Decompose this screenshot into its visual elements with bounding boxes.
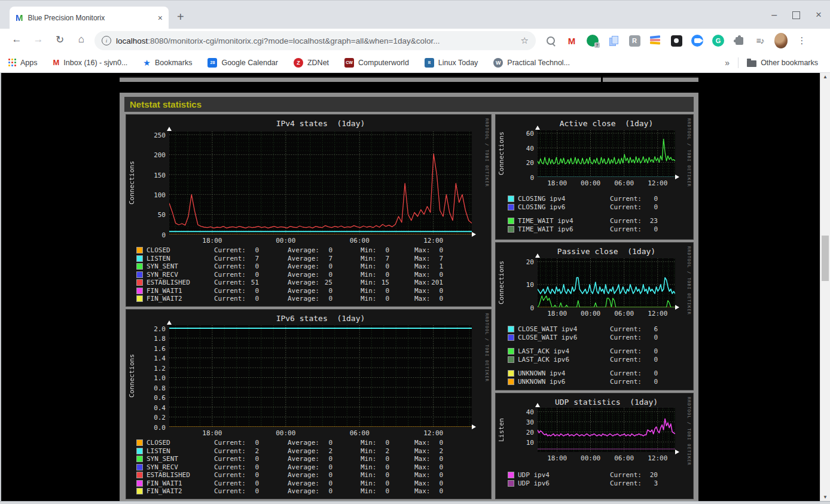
- x-tick-label: 00:00: [274, 429, 298, 437]
- tab-close-icon[interactable]: ×: [158, 13, 163, 23]
- legend-stat-name: Max:: [414, 262, 430, 270]
- x-tick-label: 12:00: [422, 429, 445, 437]
- chart-ipv6-states[interactable]: IPv6 states (1day)ConnectionsRRDTOOL / T…: [126, 309, 492, 499]
- legend-stat-name: Max:: [414, 487, 430, 495]
- y-axis-arrow-icon: [535, 126, 540, 130]
- rrdtool-watermark: RRDTOOL / TOBI OETIKER: [686, 118, 691, 187]
- chart-ipv4-states[interactable]: IPv4 states (1day)ConnectionsRRDTOOL / T…: [126, 114, 492, 307]
- bookmark-zdnet[interactable]: ZZDNet: [294, 58, 329, 68]
- window-close-button[interactable]: ×: [816, 9, 822, 21]
- bookmark-inbox[interactable]: MInbox (16) - sjvn0...: [53, 58, 128, 67]
- voice-icon[interactable]: ?: [586, 34, 599, 47]
- bookmark-computerworld[interactable]: CWComputerworld: [344, 58, 409, 68]
- other-bookmarks-button[interactable]: Other bookmarks: [747, 59, 818, 67]
- y-tick-label: 1.0: [143, 374, 166, 382]
- browser-menu-icon[interactable]: ⋮: [795, 34, 808, 47]
- legend-stat-name: Current:: [214, 246, 246, 254]
- legend-stat-name: Max:: [414, 279, 430, 286]
- new-tab-button[interactable]: +: [177, 10, 184, 24]
- chart-active-close[interactable]: Active close (1day)ConnectionsRRDTOOL / …: [495, 114, 694, 240]
- profile-avatar[interactable]: [774, 34, 788, 47]
- zoom-camera-icon[interactable]: [691, 34, 704, 47]
- legend-stat-value: 2: [319, 447, 332, 455]
- bookmark-practical-technology[interactable]: WPractical Technol...: [493, 58, 570, 68]
- scrollbar[interactable]: ▲ ▼: [820, 73, 830, 501]
- legend-label: CLOSED: [147, 246, 214, 254]
- legend-stat-name: Min:: [361, 246, 376, 254]
- legend-stat-value: 0: [376, 439, 389, 447]
- legend-stat-name: Average:: [288, 271, 319, 279]
- x-tick-label: 18:00: [200, 237, 224, 245]
- dark-app-icon[interactable]: [670, 34, 683, 47]
- bookmark-star-icon[interactable]: ☆: [521, 35, 529, 46]
- bookmark-apps[interactable]: Apps: [8, 59, 38, 67]
- bookmark-google-calendar[interactable]: 28Google Calendar: [208, 58, 278, 68]
- window-minimize-button[interactable]: –: [771, 10, 777, 20]
- legend-stat-name: Current:: [214, 271, 246, 279]
- section-title: Netstat statistics: [130, 99, 202, 109]
- books-icon[interactable]: [649, 34, 662, 47]
- copy-pages-icon[interactable]: [607, 34, 620, 47]
- search-icon[interactable]: [544, 34, 557, 47]
- grammarly-icon[interactable]: G: [712, 34, 725, 47]
- bookmark-bookmarks[interactable]: ★Bookmarks: [143, 58, 192, 68]
- legend-stat-value: 0: [376, 295, 389, 303]
- chart-passive-close[interactable]: Passive close (1day)ConnectionsRRDTOOL /…: [495, 242, 694, 390]
- legend-row: ESTABLISHEDCurrent:0Average:0Min:0Max:0: [136, 471, 443, 479]
- legend-stat-value: 0: [642, 378, 658, 386]
- y-tick-label: 0: [143, 231, 166, 239]
- legend-stat-value: 0: [319, 262, 332, 270]
- legend-stat-name: Average:: [288, 479, 319, 487]
- back-button[interactable]: ←: [10, 33, 24, 45]
- site-info-icon[interactable]: i: [102, 36, 111, 45]
- url-text: localhost:8080/monitorix-cgi/monitorix.c…: [116, 36, 516, 45]
- legend-label: FIN_WAIT2: [147, 487, 214, 495]
- bookmark-label: Apps: [20, 59, 38, 67]
- y-tick-label: 0.8: [143, 384, 166, 392]
- legend-stat-value: 0: [246, 262, 259, 270]
- x-tick-label: 06:00: [347, 429, 371, 437]
- apps-grid-icon: [8, 59, 16, 66]
- bookmark-linux-today[interactable]: ltLinux Today: [425, 58, 478, 68]
- legend-stat-value: 0: [376, 271, 389, 279]
- legend-stat-value: 0: [642, 203, 658, 211]
- legend-stat-name: Current:: [610, 217, 642, 225]
- legend-row: UDP ipv6Current:3: [508, 479, 658, 488]
- legend-label: FIN_WAIT1: [147, 479, 214, 487]
- legend-stat-name: Max:: [414, 447, 430, 455]
- legend-stat-name: Current:: [610, 203, 642, 211]
- chart-title: Active close (1day): [538, 119, 675, 128]
- scrollbar-up-arrow[interactable]: ▲: [820, 74, 830, 80]
- legend-stat-value: 2: [430, 447, 443, 455]
- legend-row: SYN_RECVCurrent:0Average:0Min:0Max:0: [136, 271, 443, 279]
- x-axis-arrow-icon: [675, 450, 679, 454]
- x-tick-label: 12:00: [646, 454, 670, 462]
- legend-stat-value: 0: [430, 487, 443, 495]
- playlist-icon[interactable]: ≡♪: [753, 34, 767, 47]
- forward-button[interactable]: →: [31, 33, 45, 45]
- x-tick-label: 00:00: [274, 237, 298, 245]
- bookmarks-overflow-chevron[interactable]: »: [725, 58, 730, 68]
- legend-label: SYN_SENT: [147, 455, 214, 463]
- y-tick-label: 1.4: [143, 355, 166, 362]
- legend-stat-value: 0: [246, 271, 259, 279]
- legend-row: TIME_WAIT ipv4Current:23: [508, 217, 658, 225]
- chart-canvas: [538, 130, 675, 177]
- legend-swatch: [136, 263, 143, 270]
- home-button[interactable]: ⌂: [74, 33, 89, 45]
- reader-icon[interactable]: R: [628, 34, 641, 47]
- extensions-puzzle-icon[interactable]: [733, 34, 746, 47]
- gmail-icon[interactable]: M: [565, 34, 578, 47]
- reload-button[interactable]: ↻: [53, 33, 67, 46]
- legend-stat-name: Current:: [610, 347, 642, 355]
- chart-udp-statistics[interactable]: UDP statistics (1day)ListenRRDTOOL / TOB…: [495, 393, 694, 499]
- window-maximize-button[interactable]: [792, 11, 800, 19]
- legend-row: FIN_WAIT2Current:0Average:0Min:0Max:0: [136, 295, 443, 303]
- x-axis-arrow-icon: [472, 424, 476, 429]
- browser-tab[interactable]: M Blue Precision Monitorix ×: [10, 7, 169, 29]
- scrollbar-thumb[interactable]: [822, 236, 829, 281]
- address-bar[interactable]: i localhost:8080/monitorix-cgi/monitorix…: [94, 31, 536, 50]
- legend-label: CLOSING ipv6: [518, 203, 610, 211]
- scrollbar-down-arrow[interactable]: ▼: [820, 494, 830, 500]
- y-tick-label: 0.4: [143, 404, 166, 412]
